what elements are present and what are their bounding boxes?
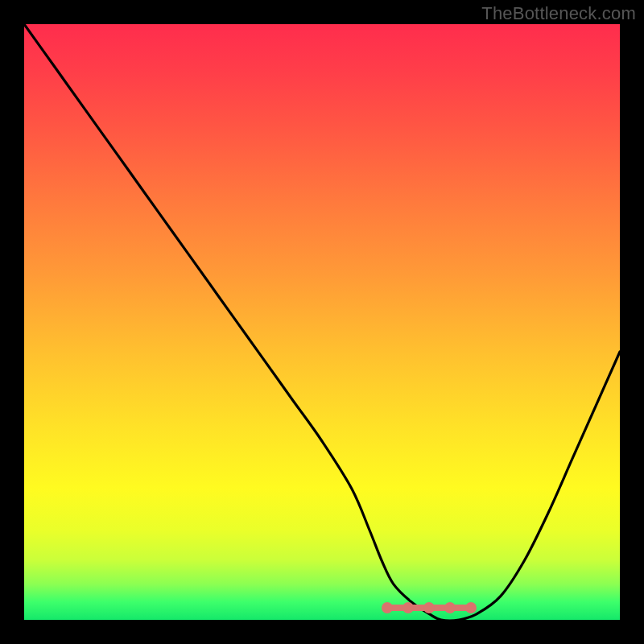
curve-layer	[24, 24, 620, 620]
bottleneck-curve	[24, 24, 620, 620]
plot-area	[24, 24, 620, 620]
chart-frame: TheBottleneck.com	[0, 0, 644, 644]
optimal-range-marker	[382, 602, 477, 613]
optimal-range-dot	[465, 602, 477, 613]
optimal-range-dot	[402, 602, 414, 613]
optimal-range-dot	[444, 602, 456, 613]
optimal-range-dot	[382, 602, 393, 613]
watermark-text: TheBottleneck.com	[481, 3, 636, 24]
optimal-range-dot	[423, 602, 435, 613]
